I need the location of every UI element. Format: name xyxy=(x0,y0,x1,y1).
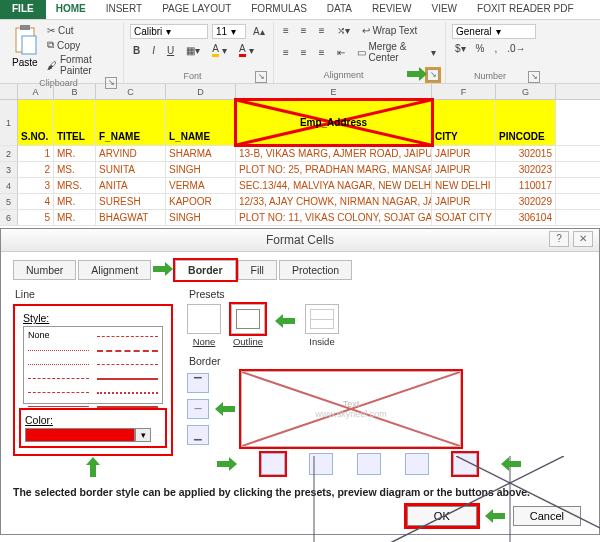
cell[interactable]: 3 xyxy=(18,178,54,193)
col-head[interactable]: A xyxy=(18,84,54,99)
align-middle-button[interactable]: ≡ xyxy=(298,24,310,37)
header-cell[interactable]: CITY xyxy=(432,100,496,145)
dlg-tab-fill[interactable]: Fill xyxy=(238,260,277,280)
cell[interactable]: JAIPUR xyxy=(432,194,496,209)
dialog-close-button[interactable]: ✕ xyxy=(573,231,593,247)
border-bottom-button[interactable]: ▁ xyxy=(187,425,209,445)
cell[interactable]: 110017 xyxy=(496,178,556,193)
cut-button[interactable]: ✂Cut xyxy=(44,24,117,37)
border-vcenter-button[interactable] xyxy=(357,453,381,475)
cell[interactable]: SINGH xyxy=(166,162,236,177)
cell[interactable]: ARVIND xyxy=(96,146,166,161)
number-launcher[interactable]: ↘ xyxy=(528,71,540,83)
border-left-button[interactable] xyxy=(309,453,333,475)
underline-button[interactable]: U xyxy=(164,44,177,57)
font-size-select[interactable]: 11▾ xyxy=(212,24,246,39)
col-head[interactable]: C xyxy=(96,84,166,99)
cell[interactable]: MR. xyxy=(54,210,96,225)
cell[interactable]: SINGH xyxy=(166,210,236,225)
cell[interactable]: 13-B, VIKAS MARG, AJMER ROAD, JAIPUR xyxy=(236,146,432,161)
cell[interactable]: MRS. xyxy=(54,178,96,193)
tab-view[interactable]: VIEW xyxy=(421,0,467,19)
header-cell-emp-address[interactable]: Emp_Address xyxy=(236,100,432,145)
col-head[interactable]: D xyxy=(166,84,236,99)
cell[interactable]: 306104 xyxy=(496,210,556,225)
row-head[interactable]: 2 xyxy=(0,146,18,161)
col-head[interactable]: E xyxy=(236,84,432,99)
tab-foxit[interactable]: FOXIT READER PDF xyxy=(467,0,584,19)
tab-data[interactable]: DATA xyxy=(317,0,362,19)
preset-outline[interactable]: Outline xyxy=(231,304,265,347)
cell[interactable]: SEC.13/44, MALVIYA NAGAR, NEW DELHI xyxy=(236,178,432,193)
cell[interactable]: NEW DELHI xyxy=(432,178,496,193)
col-head[interactable]: G xyxy=(496,84,556,99)
cell[interactable]: 302023 xyxy=(496,162,556,177)
color-dropdown[interactable]: ▾ xyxy=(135,428,151,442)
align-left-button[interactable]: ≡ xyxy=(280,40,292,64)
cell[interactable]: JAIPUR xyxy=(432,162,496,177)
cell[interactable]: SOJAT CITY xyxy=(432,210,496,225)
cell[interactable]: MR. xyxy=(54,146,96,161)
dlg-tab-alignment[interactable]: Alignment xyxy=(78,260,151,280)
cell[interactable]: 1 xyxy=(18,146,54,161)
bold-button[interactable]: B xyxy=(130,44,143,57)
cell[interactable]: 302029 xyxy=(496,194,556,209)
format-painter-button[interactable]: 🖌Format Painter xyxy=(44,53,117,77)
dlg-tab-number[interactable]: Number xyxy=(13,260,76,280)
cell[interactable]: MR. xyxy=(54,194,96,209)
grow-font-button[interactable]: A▴ xyxy=(250,24,268,39)
dlg-tab-protection[interactable]: Protection xyxy=(279,260,352,280)
tab-formulas[interactable]: FORMULAS xyxy=(241,0,317,19)
cell[interactable]: PLOT NO: 25, PRADHAN MARG, MANSAROVAR xyxy=(236,162,432,177)
wrap-text-button[interactable]: ↩Wrap Text xyxy=(359,24,421,37)
preset-inside[interactable]: Inside xyxy=(305,304,339,347)
accounting-button[interactable]: $▾ xyxy=(452,42,469,55)
cell[interactable]: MS. xyxy=(54,162,96,177)
header-cell[interactable]: L_NAME xyxy=(166,100,236,145)
cell[interactable]: VERMA xyxy=(166,178,236,193)
align-right-button[interactable]: ≡ xyxy=(316,40,328,64)
preset-none[interactable]: None xyxy=(187,304,221,347)
font-color-button[interactable]: A▾ xyxy=(236,42,257,58)
comma-button[interactable]: , xyxy=(491,42,500,55)
col-head[interactable]: B xyxy=(54,84,96,99)
font-name-select[interactable]: Calibri▾ xyxy=(130,24,208,39)
paste-button[interactable]: Paste xyxy=(12,24,40,68)
cell[interactable]: ANITA xyxy=(96,178,166,193)
align-bottom-button[interactable]: ≡ xyxy=(316,24,328,37)
header-cell[interactable]: S.NO. xyxy=(18,100,54,145)
cell[interactable]: 302015 xyxy=(496,146,556,161)
cell[interactable]: 12/33, AJAY CHOWK, NIRMAN NAGAR, JAIPUR xyxy=(236,194,432,209)
row-head[interactable]: 4 xyxy=(0,178,18,193)
border-preview[interactable]: Textwww.skyneel.com xyxy=(241,371,461,447)
cell[interactable]: JAIPUR xyxy=(432,146,496,161)
col-head[interactable]: F xyxy=(432,84,496,99)
increase-decimal-button[interactable]: .0→ xyxy=(504,42,528,55)
cell[interactable]: 2 xyxy=(18,162,54,177)
align-center-button[interactable]: ≡ xyxy=(298,40,310,64)
font-launcher[interactable]: ↘ xyxy=(255,71,267,83)
cell[interactable]: 5 xyxy=(18,210,54,225)
align-top-button[interactable]: ≡ xyxy=(280,24,292,37)
border-right-button[interactable] xyxy=(405,453,429,475)
cell[interactable]: KAPOOR xyxy=(166,194,236,209)
header-cell[interactable]: F_NAME xyxy=(96,100,166,145)
border-middle-button[interactable]: ─ xyxy=(187,399,209,419)
number-format-select[interactable]: General▾ xyxy=(452,24,536,39)
border-diag-down-button[interactable] xyxy=(453,453,477,475)
borders-button[interactable]: ▦▾ xyxy=(183,44,203,57)
merge-center-button[interactable]: ▭Merge & Center▾ xyxy=(354,40,439,64)
tab-review[interactable]: REVIEW xyxy=(362,0,421,19)
italic-button[interactable]: I xyxy=(149,44,158,57)
fill-color-button[interactable]: A▾ xyxy=(209,42,230,58)
cell[interactable]: 4 xyxy=(18,194,54,209)
row-head[interactable]: 6 xyxy=(0,210,18,225)
dialog-help-button[interactable]: ? xyxy=(549,231,569,247)
cell[interactable]: BHAGWAT xyxy=(96,210,166,225)
row-head[interactable]: 5 xyxy=(0,194,18,209)
percent-button[interactable]: % xyxy=(473,42,488,55)
file-tab[interactable]: FILE xyxy=(0,0,46,19)
border-top-button[interactable]: ▔ xyxy=(187,373,209,393)
header-cell[interactable]: TITEL xyxy=(54,100,96,145)
row-head[interactable]: 1 xyxy=(0,100,18,145)
